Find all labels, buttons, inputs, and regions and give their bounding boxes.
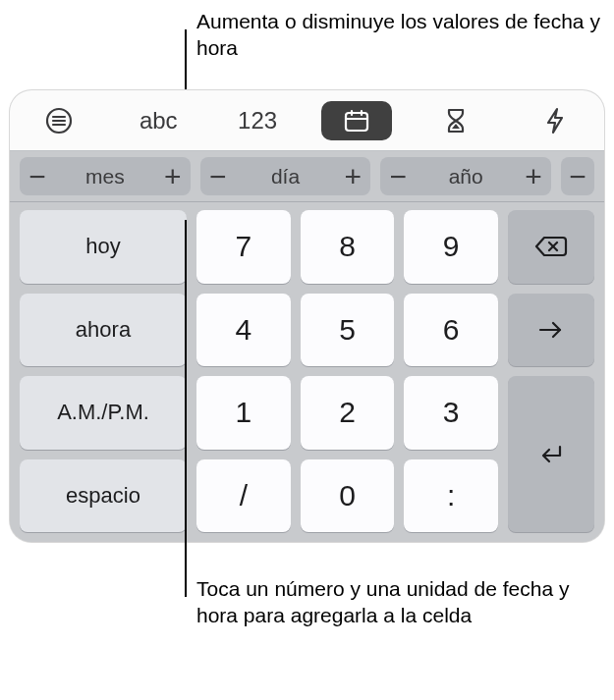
- bolt-icon: [544, 106, 566, 135]
- key-1[interactable]: 1: [196, 376, 291, 450]
- month-stepper[interactable]: − mes +: [20, 157, 191, 195]
- tab-quick[interactable]: [505, 90, 604, 150]
- callout-line: [185, 220, 187, 597]
- key-4[interactable]: 4: [196, 294, 291, 367]
- key-3[interactable]: 3: [404, 376, 498, 450]
- calendar-icon: [343, 108, 370, 134]
- year-stepper[interactable]: − año +: [380, 157, 551, 195]
- minus-icon: −: [200, 162, 236, 191]
- arrow-right-icon: [536, 320, 566, 340]
- tab-menu[interactable]: [10, 90, 109, 150]
- key-8[interactable]: 8: [301, 210, 395, 284]
- next-button[interactable]: [508, 294, 594, 367]
- tab-numbers[interactable]: 123: [208, 90, 307, 150]
- return-icon: [536, 443, 566, 466]
- plus-icon: +: [155, 162, 191, 191]
- tab-text[interactable]: abc: [109, 90, 208, 150]
- hourglass-icon: [444, 106, 468, 135]
- key-2[interactable]: 2: [301, 376, 395, 450]
- mode-tabs: abc 123: [10, 90, 604, 151]
- key-colon[interactable]: :: [404, 459, 498, 533]
- now-button[interactable]: ahora: [20, 294, 187, 367]
- today-button[interactable]: hoy: [20, 210, 187, 284]
- backspace-button[interactable]: [508, 210, 594, 284]
- tab-date[interactable]: [307, 90, 407, 150]
- keyboard: abc 123: [10, 90, 604, 542]
- backspace-icon: [534, 235, 568, 258]
- key-9[interactable]: 9: [404, 210, 498, 284]
- tab-text-label: abc: [140, 107, 178, 135]
- date-unit-row: − mes + − día + − año + −: [10, 151, 604, 202]
- ampm-button[interactable]: A.M./P.M.: [20, 376, 187, 450]
- minus-icon: −: [561, 162, 594, 191]
- key-6[interactable]: 6: [404, 294, 498, 367]
- callout-top: Aumenta o disminuye los valores de fecha…: [196, 8, 614, 62]
- day-label: día: [236, 165, 336, 188]
- key-7[interactable]: 7: [196, 210, 291, 284]
- plus-icon: +: [335, 162, 370, 191]
- menu-icon: [44, 106, 74, 135]
- next-stepper[interactable]: −: [561, 157, 594, 195]
- tab-numbers-label: 123: [238, 107, 277, 135]
- minus-icon: −: [20, 162, 55, 191]
- minus-icon: −: [380, 162, 416, 191]
- key-5[interactable]: 5: [301, 294, 395, 367]
- key-0[interactable]: 0: [301, 459, 395, 533]
- month-label: mes: [55, 165, 155, 188]
- callout-bottom: Toca un número y una unidad de fecha y h…: [196, 575, 614, 629]
- svg-rect-4: [346, 113, 367, 131]
- plus-icon: +: [516, 162, 551, 191]
- keypad-grid: hoy 7 8 9 ahora 4 5 6 A.M./P.M. 1 2 3: [10, 202, 604, 542]
- key-slash[interactable]: /: [196, 459, 291, 533]
- return-button[interactable]: [508, 376, 594, 532]
- day-stepper[interactable]: − día +: [200, 157, 371, 195]
- space-button[interactable]: espacio: [20, 459, 187, 533]
- tab-duration[interactable]: [406, 90, 505, 150]
- year-label: año: [416, 165, 516, 188]
